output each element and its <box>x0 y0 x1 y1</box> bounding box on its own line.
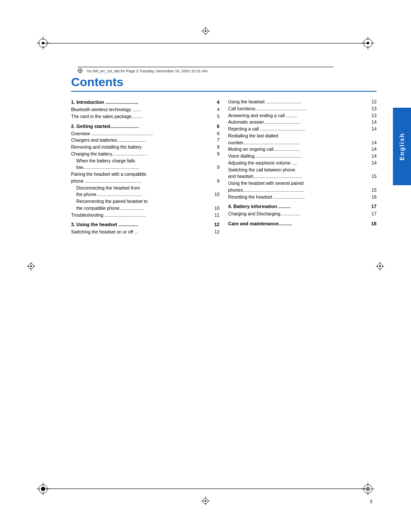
toc-item-troubleshooting: Troubleshooting ........................… <box>71 212 220 219</box>
toc-item-switching: Switching the headset on or off ... 12 <box>71 229 220 236</box>
svg-point-25 <box>205 30 206 32</box>
toc-section-3-label: 3. Using the headset ............... <box>71 221 138 228</box>
toc-right-column: Using the headset ......................… <box>228 99 377 236</box>
toc-item-disconnecting-1-text: Disconnecting the headset from <box>76 185 211 192</box>
toc-item-charging-discharging-text: Charging and Discharging................ <box>228 211 368 218</box>
toc-item-switching-call-2: and headset.............................… <box>228 173 377 180</box>
toc-item-pairing-2-text: phone ..................................… <box>71 178 211 185</box>
toc-item-charging-page: 9 <box>211 151 220 158</box>
toc-item-charging-discharging-page: 17 <box>368 211 377 218</box>
toc-item-pairing-1-text: Pairing the headset with a compatible <box>71 171 211 178</box>
toc-item-disconnecting-2-page: 10 <box>211 191 220 198</box>
toc-section-1-heading: 1. Introduction ........................… <box>71 99 220 106</box>
toc-item-reconnecting-2-text: the compatible phone................... <box>76 205 211 212</box>
toc-left-column: 1. Introduction ........................… <box>71 99 220 236</box>
toc-item-pairing-2-page: 9 <box>211 178 220 185</box>
toc-item-several-paired-2-text: phones..................................… <box>228 187 368 194</box>
toc-item-rejecting: Rejecting a call .......................… <box>228 126 377 133</box>
toc-item-earphone-vol-page: 14 <box>368 160 377 167</box>
toc-section-3-page: 12 <box>214 221 219 228</box>
toc-item-several-paired-1-text: Using the headset with several paired <box>228 180 368 187</box>
toc-item-bluetooth: Bluetooth wireless technology ....... 4 <box>71 106 220 113</box>
toc-item-card: The card in the sales package......... 5 <box>71 113 220 120</box>
toc-item-bluetooth-page: 4 <box>211 106 220 113</box>
toc-item-rejecting-text: Rejecting a call .......................… <box>228 126 368 133</box>
toc-item-bluetooth-text: Bluetooth wireless technology ....... <box>71 106 211 113</box>
toc-item-answering-page: 13 <box>368 112 377 119</box>
header-line: hs-3W_en_1st_tab.fm Page 3 Tuesday, Dece… <box>78 67 333 74</box>
toc-item-disconnecting-2: the phone...............................… <box>71 191 220 198</box>
toc-item-battery-low-2-text: low.....................................… <box>76 164 211 171</box>
svg-point-43 <box>379 265 381 267</box>
toc-section-2-heading: 2. Getting started......................… <box>71 123 220 130</box>
toc-item-overview-page: 6 <box>211 131 220 137</box>
toc-item-switching-call-1: Switching the call between phone <box>228 167 377 174</box>
toc-item-disconnecting-2-text: the phone...............................… <box>76 191 211 198</box>
toc-item-disconnecting-1: Disconnecting the headset from <box>71 185 220 192</box>
toc-item-battery-low-1-page <box>211 158 220 165</box>
english-tab-label: English <box>399 133 405 161</box>
toc-columns: 1. Introduction ........................… <box>71 99 377 236</box>
reg-mark-top-left <box>37 37 50 50</box>
toc-item-muting-text: Muting an ongoing call..................… <box>228 146 368 153</box>
toc-item-charging-discharging: Charging and Discharging................… <box>228 211 377 218</box>
toc-item-redialling-1-text: Redialling the last dialled <box>228 133 368 140</box>
toc-item-using-headset-text: Using the headset ......................… <box>228 99 368 106</box>
toc-item-several-paired-1-page <box>368 180 377 187</box>
toc-section-4-label: 4. Battery information ......... <box>228 203 290 210</box>
toc-item-voice-dialling-page: 14 <box>368 153 377 160</box>
toc-section-3-heading: 3. Using the headset ............... 12 <box>71 221 220 228</box>
toc-item-removing-text: Removing and installing the battery <box>71 144 211 151</box>
toc-item-overview-text: Overview ...............................… <box>71 131 211 137</box>
toc-item-call-functions-page: 13 <box>368 106 377 112</box>
toc-section-4-heading: 4. Battery information ......... 17 <box>228 203 377 210</box>
toc-item-voice-dialling-text: Voice dialling..........................… <box>228 153 368 160</box>
toc-item-voice-dialling: Voice dialling..........................… <box>228 153 377 160</box>
toc-item-switching-page: 12 <box>211 229 220 236</box>
page-title: Contents <box>71 75 377 92</box>
svg-point-1 <box>42 42 44 44</box>
reg-mark-right-center <box>376 262 384 271</box>
toc-item-charging: Charging the battery....................… <box>71 151 220 158</box>
toc-item-removing-page: 8 <box>211 144 220 151</box>
toc-item-battery-low-2-page: 9 <box>211 164 220 171</box>
svg-point-13 <box>41 487 45 491</box>
toc-item-switching-call-2-page: 15 <box>368 173 377 180</box>
toc-section-care-heading: Care and maintenance.......... 18 <box>228 220 377 227</box>
compass-icon <box>78 68 83 74</box>
toc-item-pairing-1: Pairing the headset with a compatible <box>71 171 220 178</box>
toc-item-battery-low-2: low.....................................… <box>71 164 220 171</box>
toc-section-1-page: 4 <box>215 99 219 106</box>
toc-item-rejecting-page: 14 <box>368 126 377 133</box>
toc-item-earphone-vol-text: Adjusting the earphone volume .... <box>228 160 368 167</box>
toc-item-muting-page: 14 <box>368 146 377 153</box>
reg-mark-bottom-left <box>37 482 50 495</box>
reg-mark-left-center <box>27 262 35 271</box>
english-tab: English <box>393 108 411 185</box>
toc-item-removing: Removing and installing the battery 8 <box>71 144 220 151</box>
toc-item-troubleshooting-text: Troubleshooting ........................… <box>71 212 211 219</box>
toc-item-reconnecting-1: Reconnecting the paired headset to <box>71 198 220 205</box>
toc-item-troubleshooting-page: 11 <box>211 212 220 219</box>
toc-item-battery-low-1-text: When the battery charge falls <box>76 158 211 165</box>
toc-section-care-label: Care and maintenance.......... <box>228 220 292 227</box>
toc-item-using-headset-page: 12 <box>368 99 377 106</box>
svg-point-49 <box>80 70 81 72</box>
toc-item-switching-text: Switching the headset on or off ... <box>71 229 211 236</box>
toc-item-redialling-1-page <box>368 133 377 140</box>
toc-item-charging-text: Charging the battery....................… <box>71 151 211 158</box>
svg-point-31 <box>205 500 206 502</box>
toc-item-card-page: 5 <box>211 113 220 120</box>
toc-item-redialling-2-page: 14 <box>368 140 377 146</box>
toc-item-redialling-2-text: number..................................… <box>228 140 368 146</box>
reg-mark-bottom-center <box>201 497 210 505</box>
toc-item-several-paired-1: Using the headset with several paired <box>228 180 377 187</box>
reg-mark-top-center <box>201 27 210 35</box>
toc-section-1-label: 1. Introduction ........................… <box>71 99 138 106</box>
toc-item-resetting-text: Resetting the headset ..................… <box>228 194 368 201</box>
toc-item-pairing-2: phone ..................................… <box>71 178 220 185</box>
toc-item-answering: Answering and ending a call ......... 13 <box>228 112 377 119</box>
page-number: 3 <box>370 499 372 504</box>
svg-point-7 <box>367 42 369 44</box>
toc-item-call-functions-text: Call functions..........................… <box>228 106 368 112</box>
